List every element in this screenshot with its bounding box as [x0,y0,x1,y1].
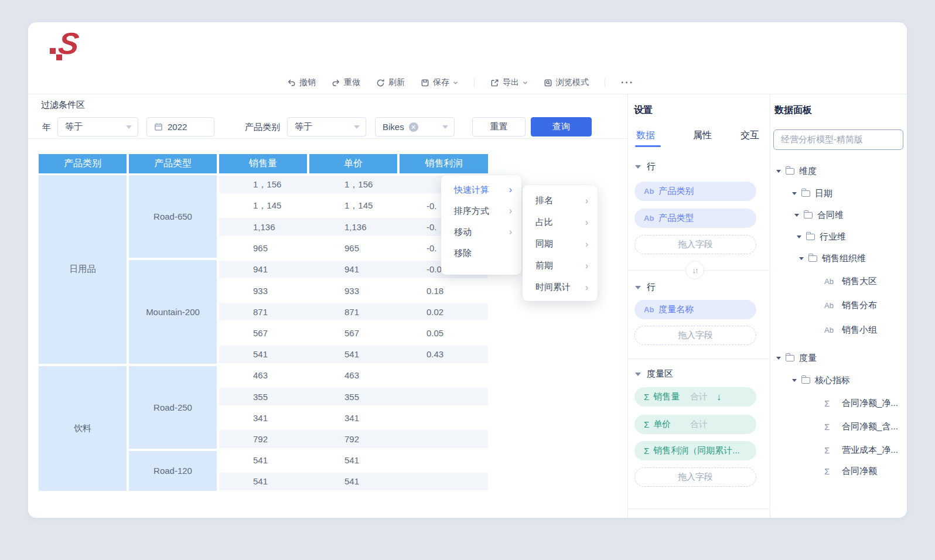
tree-item-合同净额_净...[interactable]: Σ合同净额_净... [824,396,898,410]
table-cell-sales-qty[interactable]: 871 [219,301,307,322]
table-cell-unit-price[interactable]: 1，145 [309,195,397,216]
table-cell-profit[interactable] [400,386,488,407]
tree-item-销售组织维[interactable]: 销售组织维 [799,251,866,265]
table-cell-category[interactable]: 日用品 [39,175,127,364]
undo-button[interactable]: 撤销 [287,77,316,88]
table-cell-profit[interactable]: 0.43 [400,344,488,365]
menu-item-快速计算[interactable]: 快速计算› [441,179,521,200]
table-cell-profit[interactable] [400,365,488,386]
table-cell-unit-price[interactable]: 355 [309,386,397,407]
column-header[interactable]: 产品类型 [129,154,217,173]
drop-field-zone[interactable]: 拖入字段 [634,467,756,487]
swap-rows-columns-button[interactable]: ↓↑ [685,261,704,279]
category-operator-select[interactable]: 等于 [287,117,366,136]
table-cell-type[interactable]: Mountain-200 [129,260,217,364]
tree-item-销售大区[interactable]: Ab销售大区 [824,274,877,288]
tree-item-销售小组[interactable]: Ab销售小组 [824,323,877,337]
refresh-button[interactable]: 刷新 [376,77,405,88]
tree-item-合同净额[interactable]: Σ合同净额 [824,464,877,478]
table-cell-sales-qty[interactable]: 541 [219,471,307,492]
expand-triangle-icon[interactable] [776,357,781,360]
table-cell-unit-price[interactable]: 1，156 [309,174,397,195]
table-cell-sales-qty[interactable]: 1，156 [219,174,307,195]
table-cell-sales-qty[interactable]: 792 [219,428,307,449]
table-cell-sales-qty[interactable]: 933 [219,280,307,301]
expand-triangle-icon[interactable] [799,257,804,260]
table-cell-sales-qty[interactable]: 965 [219,238,307,259]
field-pill-产品类别[interactable]: Ab产品类别 [634,182,756,201]
submenu-item-排名[interactable]: 排名› [523,190,598,211]
table-cell-type[interactable]: Road-650 [129,175,217,258]
field-pill-销售量[interactable]: Σ销售量合计↓ [634,387,756,407]
table-cell-profit[interactable]: 0.18 [400,280,488,301]
category-value-select[interactable]: Bikes ✕ [375,117,455,136]
tree-item-日期[interactable]: 日期 [792,186,832,200]
column-header[interactable]: 销售量 [219,154,307,173]
more-actions-button[interactable]: ··· [621,77,634,88]
table-cell-sales-qty[interactable]: 341 [219,407,307,428]
table-cell-unit-price[interactable]: 541 [309,344,397,365]
column-header[interactable]: 单价 [309,154,397,173]
table-cell-unit-price[interactable]: 965 [309,238,397,259]
tree-item-合同净额_含...[interactable]: Σ合同净额_含... [824,419,898,433]
table-cell-unit-price[interactable]: 541 [309,471,397,492]
column-header[interactable]: 销售利润 [400,154,488,173]
query-button[interactable]: 查询 [531,117,592,136]
tab-数据[interactable]: 数据 [636,129,655,142]
field-pill-度量名称[interactable]: Ab度量名称 [634,300,756,319]
table-cell-sales-qty[interactable]: 567 [219,322,307,343]
expand-triangle-icon[interactable] [794,214,799,217]
table-cell-unit-price[interactable]: 463 [309,365,397,386]
column-header[interactable]: 产品类别 [39,154,127,173]
table-cell-unit-price[interactable]: 871 [309,301,397,322]
remove-tag-icon[interactable]: ✕ [409,122,418,132]
menu-item-移动[interactable]: 移动› [441,221,521,243]
redo-button[interactable]: 重做 [332,77,360,88]
submenu-item-前期[interactable]: 前期› [523,255,598,276]
table-cell-unit-price[interactable]: 792 [309,428,397,449]
expand-triangle-icon[interactable] [792,379,797,382]
table-cell-profit[interactable]: 0.05 [400,322,488,343]
table-cell-sales-qty[interactable]: 355 [219,386,307,407]
menu-item-排序方式[interactable]: 排序方式› [441,200,521,221]
year-operator-select[interactable]: 等于 [57,117,138,136]
field-pill-产品类型[interactable]: Ab产品类型 [634,209,756,228]
table-cell-category[interactable]: 饮料 [39,366,127,491]
expand-triangle-icon[interactable] [776,170,781,173]
table-cell-unit-price[interactable]: 933 [309,280,397,301]
section-header-度量区[interactable]: 度量区 [635,368,673,380]
table-cell-sales-qty[interactable]: 541 [219,344,307,365]
submenu-item-时间累计[interactable]: 时间累计› [523,276,598,298]
menu-item-移除[interactable]: 移除 [441,243,521,264]
table-cell-profit[interactable] [400,407,488,428]
table-cell-type[interactable]: Road-250 [129,366,217,449]
table-cell-unit-price[interactable]: 1,136 [309,216,397,237]
tree-item-维度[interactable]: 维度 [776,164,817,178]
tree-item-销售分布[interactable]: Ab销售分布 [824,298,877,312]
expand-triangle-icon[interactable] [792,192,797,195]
table-cell-sales-qty[interactable]: 1，145 [219,195,307,216]
tab-属性[interactable]: 属性 [693,129,712,142]
reset-button[interactable]: 重置 [472,117,525,136]
tree-item-行业维[interactable]: 行业维 [797,230,846,244]
table-cell-profit[interactable] [400,450,488,471]
tab-交互[interactable]: 交互 [741,129,759,142]
table-cell-sales-qty[interactable]: 941 [219,259,307,280]
tree-item-合同维[interactable]: 合同维 [794,208,844,222]
field-pill-销售利润（同期累计...[interactable]: Σ销售利润（同期累计... [634,441,756,460]
expand-triangle-icon[interactable] [797,235,801,238]
table-cell-sales-qty[interactable]: 1,136 [219,216,307,237]
table-cell-unit-price[interactable]: 567 [309,322,397,343]
field-pill-单价[interactable]: Σ单价合计 [634,415,756,434]
tree-item-营业成本_净...[interactable]: Σ营业成本_净... [824,443,898,457]
table-cell-sales-qty[interactable]: 541 [219,450,307,471]
drop-field-zone[interactable]: 拖入字段 [634,326,756,345]
table-cell-profit[interactable]: 0.02 [400,301,488,322]
section-header-行[interactable]: 行 [635,282,656,293]
table-cell-unit-price[interactable]: 341 [309,407,397,428]
section-header-行[interactable]: 行 [635,161,656,172]
tree-item-度量[interactable]: 度量 [776,351,817,365]
submenu-item-同期[interactable]: 同期› [523,233,598,255]
table-cell-unit-price[interactable]: 541 [309,450,397,471]
table-cell-type[interactable]: Road-120 [129,451,217,491]
